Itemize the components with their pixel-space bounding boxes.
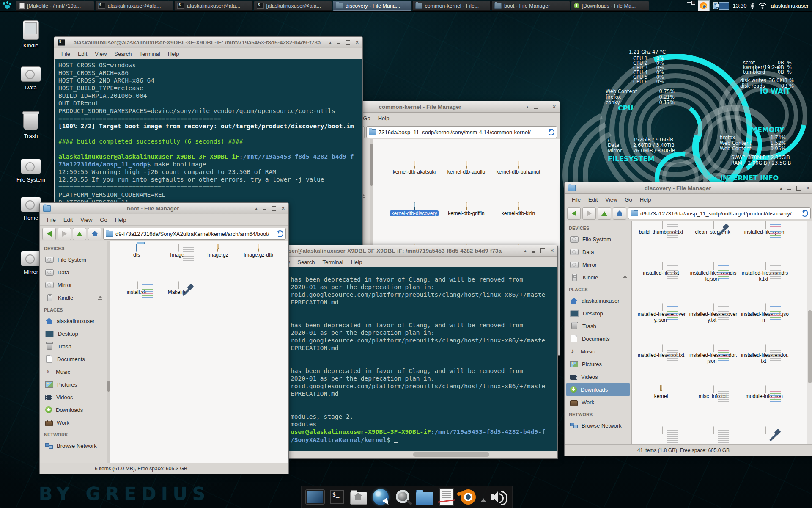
- maximize-button[interactable]: [540, 248, 545, 253]
- file-item[interactable]: installed-files-recovery.txt: [687, 304, 738, 345]
- desktop-icon-data[interactable]: Data: [11, 66, 50, 91]
- sidebar-item-data[interactable]: Data: [565, 246, 631, 258]
- minimize-button[interactable]: [263, 209, 266, 210]
- maximize-button[interactable]: [543, 105, 547, 109]
- back-button[interactable]: [42, 228, 56, 240]
- home-button[interactable]: [613, 207, 626, 220]
- file-item[interactable]: Makefile: [157, 282, 198, 319]
- taskbar-window-button[interactable]: alaskalinuxuser@ala...: [174, 1, 253, 11]
- sidebar-scrollbar[interactable]: [107, 241, 110, 463]
- file-item[interactable]: module-info.json: [738, 386, 790, 427]
- taskbar-window-button[interactable]: [alaskalinuxuser@ala...: [254, 1, 332, 11]
- applications-menu-icon[interactable]: [2, 1, 13, 11]
- maximize-button[interactable]: [796, 186, 801, 190]
- file-item[interactable]: kernel: [635, 386, 687, 427]
- shade-button[interactable]: ▴: [524, 248, 527, 253]
- taskbar-window-button[interactable]: boot - File Manager: [491, 1, 570, 11]
- sidebar-item-browse-network[interactable]: Browse Network: [565, 419, 631, 432]
- clock[interactable]: 13:30: [733, 3, 747, 9]
- reload-icon[interactable]: [548, 129, 554, 135]
- sidebar-item-music[interactable]: Music: [565, 345, 631, 358]
- sidebar-item-alaskalinuxuser[interactable]: alaskalinuxuser: [40, 315, 107, 327]
- window-layout-tray-icon[interactable]: [687, 2, 694, 9]
- eject-icon[interactable]: [98, 296, 103, 300]
- maximize-button[interactable]: [272, 206, 276, 211]
- menu-search[interactable]: Search: [294, 259, 318, 265]
- file-item[interactable]: dtbo-pdx201.img: [388, 139, 440, 161]
- file-item[interactable]: [635, 427, 687, 445]
- taskbar-window-button[interactable]: [Makefile - /mnt/719a...: [16, 1, 94, 11]
- sidebar-item-trash[interactable]: Trash: [565, 320, 631, 332]
- desktop-icon-file-system[interactable]: File System: [11, 159, 50, 183]
- sidebar-item-trash[interactable]: Trash: [40, 340, 107, 353]
- file-item[interactable]: clean_steps.mk: [687, 221, 738, 262]
- sidebar-item-videos[interactable]: Videos: [40, 391, 107, 403]
- desktop-icon-kindle[interactable]: Kindle: [11, 20, 50, 49]
- file-item[interactable]: install.sh: [116, 282, 157, 319]
- menu-edit[interactable]: Edit: [74, 51, 91, 57]
- sidebar-item-work[interactable]: Work: [40, 416, 107, 429]
- file-item[interactable]: installed-files-vendor.txt: [738, 345, 790, 386]
- sidebar-item-file-system[interactable]: File System: [565, 233, 631, 246]
- file-item[interactable]: kernel-dtb-akari: [492, 139, 544, 161]
- taskbar-window-button[interactable]: alaskalinuxuser@ala...: [95, 1, 174, 11]
- dock-item-application-finder[interactable]: [393, 488, 412, 506]
- up-button[interactable]: [598, 207, 611, 220]
- sidebar-item-file-system[interactable]: File System: [40, 253, 107, 266]
- file-item[interactable]: Image.gz-dtb: [238, 244, 279, 282]
- maximize-button[interactable]: [346, 40, 350, 45]
- menu-go[interactable]: Go: [96, 217, 111, 223]
- back-button[interactable]: [567, 207, 581, 220]
- forward-button[interactable]: [58, 228, 71, 240]
- file-item[interactable]: installed-files-root.txt: [635, 345, 687, 386]
- dock-item-web-browser[interactable]: [371, 488, 390, 506]
- desktop-icon-trash[interactable]: Trash: [11, 113, 50, 139]
- minimize-button[interactable]: [534, 108, 538, 109]
- file-item[interactable]: [687, 427, 738, 445]
- sidebar-item-mirror[interactable]: Mirror: [565, 258, 631, 271]
- menu-edit[interactable]: Edit: [584, 196, 601, 203]
- bluetooth-icon[interactable]: [750, 3, 754, 9]
- minimize-button[interactable]: [337, 43, 340, 44]
- file-item[interactable]: kernel-dtb-kirin: [492, 203, 544, 244]
- file-item[interactable]: build_thumbprint.txt: [635, 221, 687, 262]
- sidebar-item-downloads[interactable]: Downloads: [40, 403, 107, 416]
- sidebar-item-kindle[interactable]: Kindle: [40, 291, 107, 304]
- sidebar-item-music[interactable]: Music: [40, 365, 107, 378]
- menu-file[interactable]: File: [58, 51, 74, 57]
- file-item[interactable]: kernel-dtb-akatsuki: [388, 161, 440, 203]
- file-item[interactable]: Image: [157, 244, 198, 282]
- menu-help[interactable]: Help: [636, 196, 655, 203]
- dock-item-home-folder[interactable]: [349, 488, 368, 506]
- wifi-icon[interactable]: [758, 3, 767, 9]
- shade-button[interactable]: ▴: [780, 186, 782, 190]
- menu-edit[interactable]: Edit: [60, 217, 77, 223]
- forward-button[interactable]: [582, 207, 596, 220]
- sidebar-item-documents[interactable]: Documents: [565, 332, 631, 345]
- menu-file[interactable]: File: [43, 217, 60, 223]
- shade-button[interactable]: ▴: [255, 206, 258, 211]
- sidebar-item-browse-network[interactable]: Browse Network: [40, 439, 107, 452]
- menu-help[interactable]: Help: [111, 217, 130, 223]
- firefox-tray-icon[interactable]: [698, 0, 710, 11]
- close-button[interactable]: ✕: [806, 186, 810, 190]
- file-item[interactable]: [738, 427, 790, 445]
- vertical-scrollbar[interactable]: [807, 221, 812, 445]
- dock-item-file-manager[interactable]: [415, 488, 434, 506]
- sidebar-item-desktop[interactable]: Desktop: [565, 307, 631, 320]
- dock-item-volume[interactable]: [489, 488, 508, 506]
- menu-search[interactable]: Search: [110, 51, 135, 57]
- file-item[interactable]: kernel-dtb-discovery: [388, 203, 440, 244]
- up-button[interactable]: [73, 228, 86, 240]
- reload-icon[interactable]: [277, 230, 283, 237]
- file-item[interactable]: Image.gz: [198, 244, 238, 282]
- sidebar-item-work[interactable]: Work: [565, 396, 631, 409]
- taskbar-window-button[interactable]: discovery - File Mana...: [333, 1, 411, 11]
- taskbar-window-button[interactable]: common-kernel - File...: [412, 1, 491, 11]
- file-item[interactable]: misc_info.txt: [687, 386, 738, 427]
- file-item[interactable]: installed-files-recovery.json: [635, 304, 687, 345]
- close-button[interactable]: ✕: [550, 248, 554, 253]
- shade-button[interactable]: ▴: [526, 105, 529, 109]
- file-item[interactable]: installed-files-ramdisk.txt: [738, 262, 790, 304]
- file-item[interactable]: KernelConfig.mk: [440, 139, 492, 161]
